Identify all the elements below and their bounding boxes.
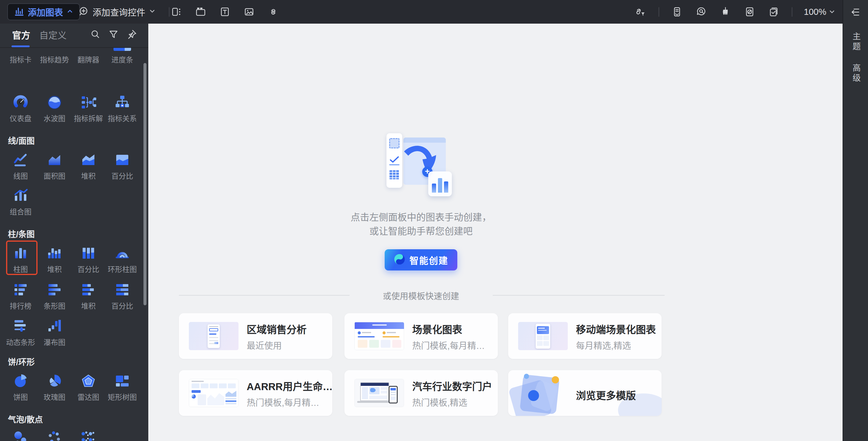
chart-type-pie[interactable]: 饼图 <box>4 373 37 402</box>
add-query-control-button[interactable]: 添加查询控件 <box>78 0 156 24</box>
rail-item-advanced[interactable]: 高级 <box>843 61 868 87</box>
chart-type-ring-bar[interactable]: 环形柱图 <box>105 245 139 274</box>
template-thumbnail <box>189 379 239 407</box>
chart-type-treemap[interactable]: 矩形树图 <box>105 373 139 402</box>
template-card-5[interactable]: 汽车行业数字门户 热门模板,精选 <box>344 370 498 416</box>
rail-item-theme[interactable]: 主题 <box>843 29 868 55</box>
toolbar-right-tools: 100% <box>634 0 860 24</box>
toolbar-divider <box>792 7 792 17</box>
zoom-level-control[interactable]: 100% <box>804 7 835 17</box>
chart-type-label: 组合图 <box>4 206 37 216</box>
tab-strip-icon[interactable] <box>170 5 183 18</box>
watermark-off-icon[interactable] <box>743 5 756 18</box>
doc-lines-icon[interactable] <box>671 5 683 18</box>
chart-type-item[interactable]: 翻牌器 <box>71 48 105 64</box>
chart-type-line[interactable]: 线图 <box>4 152 37 181</box>
template-subtitle: 热门模板,每月精… <box>247 395 319 408</box>
toolbar-divider <box>169 7 169 17</box>
area-percent-icon <box>115 152 130 168</box>
chart-type-area-percent[interactable]: 百分比 <box>105 152 139 181</box>
link-filter-icon[interactable] <box>634 5 647 18</box>
chart-type-combo[interactable]: 组合图 <box>4 188 37 216</box>
panel-section-header: 饼/环形 <box>8 356 35 368</box>
chart-type-hbar[interactable]: 条形图 <box>37 282 71 311</box>
gauge-icon <box>13 94 28 110</box>
chart-type-hbar-stack[interactable]: 堆积 <box>71 282 105 311</box>
chart-type-bar-stack[interactable]: 堆积 <box>37 245 71 274</box>
brush-icon[interactable] <box>719 5 732 18</box>
chart-type-gauge[interactable]: 仪表盘 <box>4 94 37 123</box>
chart-type-label: 百分比 <box>71 264 105 274</box>
template-title: 浏览更多模版 <box>576 388 636 402</box>
chart-type-dynamic-bar[interactable]: 动态条形 <box>4 318 37 347</box>
template-thumbnail <box>354 379 404 407</box>
line-icon <box>13 152 28 168</box>
chart-type-item[interactable]: 指标趋势 <box>37 48 71 64</box>
tab-container-icon[interactable] <box>194 5 207 18</box>
smart-create-button[interactable]: 智能创建 <box>385 249 457 270</box>
chart-type-scatter[interactable]: 散点图 <box>37 430 71 441</box>
template-subtitle: 最近使用 <box>247 339 282 351</box>
bubble-icon <box>13 430 28 441</box>
panel-section-header: 气泡/散点 <box>8 413 43 425</box>
link-icon[interactable] <box>267 5 280 18</box>
chart-type-liquid[interactable]: 水波图 <box>37 94 71 123</box>
collapse-panel-icon[interactable] <box>850 7 862 18</box>
icon-clipped <box>37 48 71 52</box>
liquid-icon <box>46 94 62 110</box>
chart-type-area-stack[interactable]: 堆积 <box>71 152 105 181</box>
template-card-4[interactable]: AARRR用户生命… 热门模板,每月精… <box>179 370 332 416</box>
rose-icon <box>46 373 62 389</box>
chart-type-rank[interactable]: 排行榜 <box>4 282 37 311</box>
chart-type-rose[interactable]: 玫瑰图 <box>37 373 71 402</box>
dashboard-canvas: + 点击左侧面板中的图表手动创建， 或让智能助手帮您创建吧 智能创建 或使用模板… <box>148 24 843 441</box>
hint-line-1: 点击左侧面板中的图表手动创建， <box>351 210 492 223</box>
chart-type-label: 线图 <box>4 170 37 181</box>
toolbar-divider <box>658 7 659 17</box>
template-title: AARRR用户生命… <box>247 379 332 393</box>
chart-type-radar[interactable]: 雷达图 <box>71 373 105 402</box>
pie-icon <box>13 373 28 389</box>
chart-type-decompose[interactable]: 指标拆解 <box>71 94 105 123</box>
chart-type-hbar-percent[interactable]: 百分比 <box>105 282 139 311</box>
smart-create-label: 智能创建 <box>409 253 448 267</box>
chart-type-bubble[interactable]: 气泡图 <box>4 430 37 441</box>
tab-official[interactable]: 官方 <box>12 28 30 41</box>
insert-tools <box>170 0 280 24</box>
image-icon[interactable] <box>243 5 255 18</box>
chart-type-waterfall[interactable]: 瀑布图 <box>37 318 71 347</box>
panel-scrollbar[interactable] <box>144 63 147 305</box>
todo-check-icon[interactable] <box>768 5 780 18</box>
chart-type-label: 环形柱图 <box>105 264 139 274</box>
template-subtitle: 每月精选,精选 <box>576 339 631 351</box>
chart-type-area[interactable]: 面积图 <box>37 152 71 181</box>
chart-type-relation[interactable]: 指标关系 <box>105 94 139 123</box>
template-card-6[interactable]: 浏览更多模版 <box>508 370 661 416</box>
template-card-2[interactable]: 场景化图表 热门模板,每月精… <box>344 313 498 359</box>
chart-type-progress-clipped[interactable]: 进度条 <box>105 48 139 64</box>
template-subtitle: 热门模板,每月精… <box>412 339 485 351</box>
hint-line-2: 或让智能助手帮您创建吧 <box>370 224 473 237</box>
pin-icon[interactable] <box>126 29 138 41</box>
template-card-1[interactable]: 区域销售分析 最近使用 <box>179 313 332 359</box>
chart-type-item[interactable]: 指标卡 <box>4 48 37 64</box>
area-icon <box>46 152 62 168</box>
template-card-3[interactable]: 移动端场景化图表 每月精选,精选 <box>508 313 661 359</box>
chat-search-icon[interactable] <box>695 5 708 18</box>
chart-type-facet-scatter[interactable]: 分面散点 <box>71 430 105 441</box>
tab-custom[interactable]: 自定义 <box>39 28 67 41</box>
filter-icon[interactable] <box>108 29 120 41</box>
ring-bar-icon <box>115 245 130 261</box>
top-toolbar: 添加图表 添加查询控件 100% <box>0 0 868 24</box>
search-icon[interactable] <box>90 29 102 41</box>
text-icon[interactable] <box>218 5 231 18</box>
chart-type-bar-percent[interactable]: 百分比 <box>71 245 105 274</box>
chart-type-label: 条形图 <box>37 300 71 311</box>
chart-type-label: 堆积 <box>71 170 105 181</box>
add-chart-button[interactable]: 添加图表 <box>7 3 80 20</box>
chart-type-label: 瀑布图 <box>37 336 71 347</box>
template-title: 区域销售分析 <box>247 322 307 336</box>
chart-type-label: 饼图 <box>4 391 37 402</box>
treemap-icon <box>115 373 130 389</box>
chart-type-label: 堆积 <box>37 264 71 274</box>
